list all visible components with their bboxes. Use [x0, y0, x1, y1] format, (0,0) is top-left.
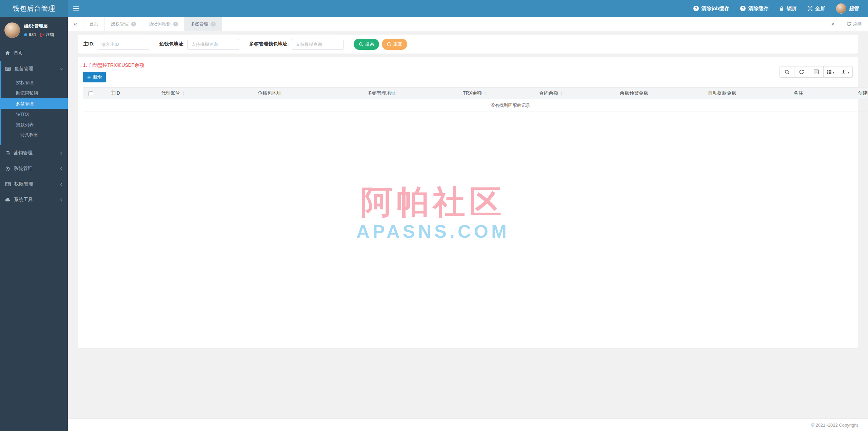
app-title: 钱包后台管理: [0, 0, 68, 17]
grid-columns-icon: [827, 70, 831, 74]
sidebar-toggle-button[interactable]: [68, 0, 85, 17]
sidebar-item-authorization[interactable]: 授权管理: [1, 77, 68, 88]
filter-label-multisig-wallet: 多签管理钱包地址:: [249, 41, 289, 47]
sidebar-item-fish-management[interactable]: 鱼苗管理: [1, 61, 68, 77]
chevron-left-icon: [59, 151, 63, 155]
plus-icon: [87, 75, 91, 79]
user-menu-button[interactable]: 超管: [831, 0, 868, 17]
sidebar-menu: 首页 鱼苗管理 授权管理 助记词私钥 多签管理 转TRX 提款列表 一波杀列表: [0, 45, 68, 208]
table-refresh-button[interactable]: [794, 66, 809, 78]
clear-cache-button[interactable]: 清除缓存: [735, 0, 774, 17]
sidebar-item-home[interactable]: 首页: [0, 45, 68, 61]
sidebar-group-marketing: 营销管理: [0, 145, 68, 161]
auto-monitor-notice: 1. 自动监控TRX和USDT余额: [83, 62, 853, 68]
tab-bar: 首页 授权管理 助记词私钥 多签管理 刷新: [68, 17, 868, 31]
chevron-left-icon: [59, 167, 63, 171]
list-view-icon: [814, 70, 819, 74]
sidebar-item-marketing[interactable]: 营销管理: [0, 145, 68, 161]
sort-icon[interactable]: [484, 92, 487, 95]
col-trx-balance[interactable]: TRX余额: [437, 87, 512, 99]
sidebar: 组织:管理层 ID:1 注销 首页 鱼苗管理: [0, 17, 68, 431]
toggle-view-button[interactable]: [809, 66, 824, 78]
columns-button[interactable]: [823, 66, 838, 78]
id-card-icon: [5, 182, 11, 187]
tab-multisig[interactable]: 多签管理: [184, 17, 222, 31]
chevron-left-icon: [59, 198, 63, 202]
col-contract-balance[interactable]: 合约余额: [512, 87, 590, 99]
close-icon[interactable]: [211, 22, 216, 26]
refresh-icon: [847, 22, 851, 26]
tab-mnemonic-keys[interactable]: 助记词私钥: [142, 17, 184, 31]
clear-job-cache-button[interactable]: 清除job缓存: [688, 0, 735, 17]
question-circle-icon: [693, 6, 699, 11]
empty-row: 没有找到匹配的记录: [83, 99, 868, 112]
top-navbar: 钱包后台管理 清除job缓存 清除缓存 锁屏: [0, 0, 868, 17]
avatar: [4, 22, 20, 38]
export-button[interactable]: [838, 66, 853, 78]
gear-icon: [5, 166, 10, 171]
bank-icon: [5, 151, 10, 156]
sidebar-user-panel: 组织:管理层 ID:1 注销: [0, 17, 68, 43]
sidebar-item-permission-management[interactable]: 权限管理: [0, 176, 68, 192]
app-window: 钱包后台管理 清除job缓存 清除缓存 锁屏: [0, 0, 868, 431]
multisig-wallet-address-input[interactable]: [292, 39, 343, 50]
col-balance-alert-amount: 余额预警金额: [590, 87, 678, 99]
user-id: ID:1: [29, 32, 36, 37]
sidebar-group-fish-management: 鱼苗管理 授权管理 助记词私钥 多签管理 转TRX 提款列表 一波杀列表: [0, 61, 68, 145]
sign-out-icon: [40, 33, 44, 37]
tab-authorization[interactable]: 授权管理: [105, 17, 142, 31]
col-agent-account[interactable]: 代理账号: [132, 87, 214, 99]
tabs-scroll-right-button[interactable]: [825, 17, 841, 31]
sidebar-item-kill-list[interactable]: 一波杀列表: [1, 130, 68, 140]
user-name: 超管: [849, 5, 859, 12]
fullscreen-icon: [808, 6, 812, 11]
table-search-button[interactable]: [780, 66, 794, 78]
refresh-tab-button[interactable]: 刷新: [841, 17, 868, 31]
sidebar-item-system-management[interactable]: 系统管理: [0, 161, 68, 176]
refresh-icon: [387, 42, 391, 46]
sort-icon[interactable]: [560, 92, 563, 95]
fish-wallet-address-input[interactable]: [188, 39, 239, 50]
search-filter-panel: 主ID: 鱼钱包地址: 多签管理钱包地址: 搜索 重置: [78, 35, 858, 54]
logout-button[interactable]: 注销: [40, 32, 54, 38]
select-all-header: [83, 87, 98, 99]
no-records-message: 没有找到匹配的记录: [83, 99, 868, 112]
col-main-id: 主ID: [98, 87, 132, 99]
status-dot-icon: [24, 33, 27, 36]
data-table: 主ID 代理账号 鱼钱包地址 多签管理地址 TRX余额 合约余额 余额预警金额 …: [83, 87, 868, 112]
home-icon: [5, 51, 10, 56]
page-footer: © 2021~2022 Copyright: [68, 418, 868, 431]
search-button[interactable]: 搜索: [354, 39, 379, 50]
sort-icon[interactable]: [182, 92, 185, 95]
fish-management-submenu: 授权管理 助记词私钥 多签管理 转TRX 提款列表 一波杀列表: [1, 77, 68, 145]
filter-label-fish-wallet: 鱼钱包地址:: [159, 41, 185, 47]
main-area: 首页 授权管理 助记词私钥 多签管理 刷新: [68, 17, 868, 431]
reset-button[interactable]: 重置: [382, 39, 407, 50]
tabs-scroll-left-button[interactable]: [68, 17, 83, 31]
page-content: 主ID: 鱼钱包地址: 多签管理钱包地址: 搜索 重置: [68, 31, 868, 348]
caret-down-icon: [847, 69, 849, 75]
hamburger-icon: [73, 6, 79, 7]
filter-label-main-id: 主ID:: [83, 41, 95, 47]
copyright-text: © 2021~2022 Copyright: [811, 423, 858, 428]
col-remark: 备注: [766, 87, 831, 99]
col-auto-withdraw-amount: 自动提款金额: [678, 87, 766, 99]
lock-screen-button[interactable]: 锁屏: [774, 0, 802, 17]
sidebar-item-transfer-trx[interactable]: 转TRX: [1, 109, 68, 119]
add-button[interactable]: 新增: [83, 72, 106, 82]
chevron-left-icon: [59, 182, 63, 186]
sidebar-item-system-tools[interactable]: 系统工具: [0, 192, 68, 208]
col-created-time[interactable]: 创建时间: [831, 87, 868, 99]
fullscreen-button[interactable]: 全屏: [802, 0, 831, 17]
select-all-checkbox[interactable]: [88, 91, 93, 96]
sidebar-item-withdrawals[interactable]: 提款列表: [1, 119, 68, 130]
sidebar-group-system: 系统管理: [0, 161, 68, 176]
navbar: 清除job缓存 清除缓存 锁屏 全屏 超管: [68, 0, 868, 17]
main-id-input[interactable]: [98, 39, 149, 50]
tab-home[interactable]: 首页: [83, 17, 105, 31]
close-icon[interactable]: [173, 22, 178, 26]
avatar: [836, 3, 846, 14]
sidebar-item-mnemonic-keys[interactable]: 助记词私钥: [1, 88, 68, 98]
close-icon[interactable]: [131, 22, 136, 26]
sidebar-item-multisig[interactable]: 多签管理: [1, 98, 68, 109]
